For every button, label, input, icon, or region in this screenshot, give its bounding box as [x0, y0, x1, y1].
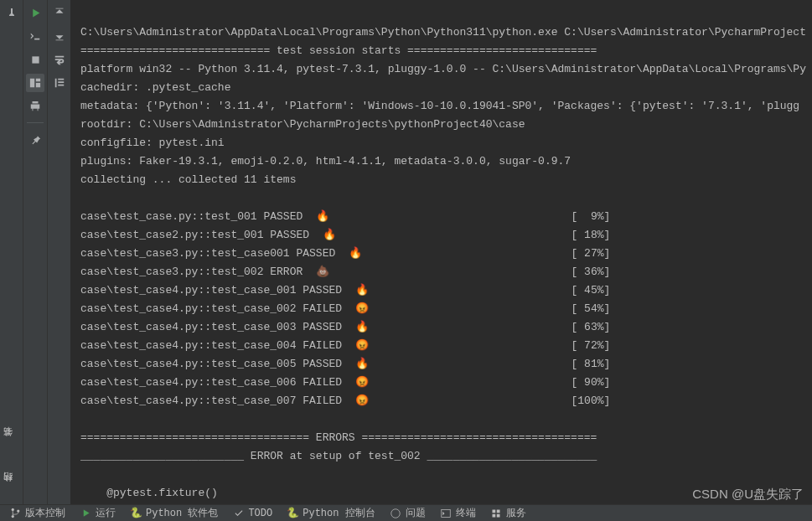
run-label: 运行: [96, 506, 116, 520]
output-toolbar: [47, 0, 70, 504]
run-button[interactable]: [26, 3, 44, 22]
errors-header: =================================== ERRO…: [80, 431, 597, 444]
svg-rect-12: [497, 513, 500, 517]
pkg-label: Python 软件包: [146, 506, 218, 520]
terminal-label: 终端: [456, 506, 476, 520]
play-icon: [80, 508, 91, 518]
test-result-line: case\test_case4.py::test_case_006 FAILED…: [80, 374, 812, 392]
test-result-line: case\test_case4.py::test_case_002 FAILED…: [80, 300, 812, 318]
run-toolbar: [23, 0, 47, 504]
check-icon: [233, 508, 244, 518]
svg-rect-2: [36, 79, 40, 82]
svg-point-7: [391, 508, 401, 518]
svg-point-5: [12, 515, 14, 518]
rootdir-line: rootdir: C:\Users\Administrator\PycharmP…: [80, 118, 525, 131]
services-tab[interactable]: 服务: [484, 505, 533, 521]
metadata-line: metadata: {'Python': '3.11.4', 'Platform…: [80, 100, 799, 112]
svg-rect-9: [493, 509, 496, 513]
problems-label: 问题: [406, 506, 426, 520]
left-gutter: [0, 0, 23, 504]
svg-rect-10: [497, 509, 500, 513]
svg-point-6: [17, 509, 19, 512]
test-result-line: case\test_case4.py::test_case_001 PASSED…: [80, 281, 812, 300]
test-result-line: case\test_case3.py::test_002 ERROR 💩 [ 3…: [80, 263, 812, 281]
settings-button[interactable]: [26, 27, 44, 45]
test-result-line: case\test_case4.py::test_case_004 FAILED…: [80, 337, 812, 355]
test-result-line: case\test_case3.py::test_case001 PASSED …: [80, 245, 812, 263]
problems-tab[interactable]: 问题: [384, 505, 432, 521]
run-tab[interactable]: 运行: [74, 505, 122, 521]
terminal-tab[interactable]: 终端: [434, 505, 483, 521]
scroll-to-end-button[interactable]: [50, 74, 69, 92]
vcs-tab[interactable]: 版本控制: [3, 505, 72, 521]
todo-label: TODO: [248, 508, 272, 519]
services-icon: [491, 508, 502, 518]
svg-point-4: [12, 508, 14, 511]
soft-wrap-button[interactable]: [50, 50, 69, 69]
svg-rect-1: [30, 79, 34, 88]
bookmarks-tab[interactable]: 书签: [0, 434, 18, 454]
svg-rect-0: [32, 56, 39, 63]
todo-tab[interactable]: TODO: [226, 505, 279, 521]
python-icon: 🐍: [287, 508, 298, 518]
svg-rect-11: [493, 513, 496, 517]
print-button[interactable]: [26, 97, 44, 116]
console-label: Python 控制台: [303, 506, 375, 520]
status-bar: 版本控制 运行 🐍 Python 软件包 TODO 🐍 Python 控制台 问…: [0, 504, 812, 521]
console-tab[interactable]: 🐍 Python 控制台: [281, 505, 381, 521]
collecting-line: collecting ... collected 11 items: [80, 173, 296, 186]
scroll-top-button[interactable]: [50, 3, 69, 22]
test-result-line: case\test_case.py::test_001 PASSED 🔥 [ 9…: [80, 208, 812, 226]
stop-button[interactable]: [26, 50, 44, 69]
svg-rect-3: [36, 83, 40, 87]
vcs-label: 版本控制: [25, 506, 65, 520]
fixture-line: @pytest.fixture(): [80, 487, 218, 499]
services-label: 服务: [506, 506, 526, 520]
cachedir-line: cachedir: .pytest_cache: [80, 81, 230, 94]
pin-button[interactable]: [26, 130, 44, 148]
configfile-line: configfile: pytest.ini: [80, 137, 225, 149]
platform-line: platform win32 -- Python 3.11.4, pytest-…: [80, 63, 806, 75]
terminal-icon: [441, 508, 452, 518]
test-result-line: case\test_case4.py::test_case_007 FAILED…: [80, 392, 812, 410]
scroll-bottom-button[interactable]: [50, 27, 69, 45]
test-result-line: case\test_case4.py::test_case_005 PASSED…: [80, 355, 812, 374]
branch-icon: [10, 508, 21, 518]
pkg-tab[interactable]: 🐍 Python 软件包: [124, 505, 225, 521]
structure-tab[interactable]: 结构: [0, 479, 18, 499]
test-results: case\test_case.py::test_001 PASSED 🔥 [ 9…: [80, 208, 812, 410]
console-output[interactable]: C:\Users\Administrator\AppData\Local\Pro…: [70, 0, 812, 504]
session-line: ============================= test sessi…: [80, 44, 597, 57]
test-result-line: case\test_case4.py::test_case_003 PASSED…: [80, 318, 812, 337]
plugins-line: plugins: Faker-19.3.1, emoji-0.2.0, html…: [80, 155, 571, 168]
python-icon: 🐍: [131, 508, 142, 518]
pin-icon[interactable]: [5, 7, 18, 20]
test-result-line: case\test_case2.py::test_001 PASSED 🔥 [ …: [80, 226, 812, 245]
side-tabs: 书签 结构: [0, 434, 18, 499]
warning-icon: [390, 508, 401, 518]
error-setup: _________________________ ERROR at setup…: [80, 450, 597, 462]
cmd-line: C:\Users\Administrator\AppData\Local\Pro…: [80, 26, 806, 39]
layout-button[interactable]: [26, 74, 44, 92]
